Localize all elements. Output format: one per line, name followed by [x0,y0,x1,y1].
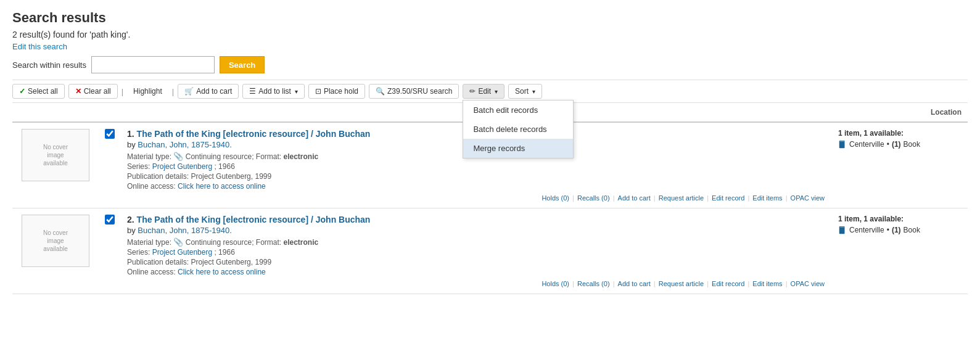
page-title: Search results [12,10,968,26]
result-author-2: by Buchan, John, 1875-1940. [127,226,826,235]
result-meta-pub-2: Publication details: Project Gutenberg, … [127,258,826,266]
list-icon: ☰ [249,87,256,96]
add-to-list-button[interactable]: ☰ Add to list ▾ [242,84,305,99]
request-article-link-2[interactable]: Request article [659,280,704,287]
select-all-label: Select all [28,87,58,96]
col-cover [12,103,99,122]
edit-items-link-2[interactable]: Edit items [752,280,782,287]
place-hold-label: Place hold [324,87,358,96]
search-within-input[interactable] [91,56,215,73]
merge-records-item[interactable]: Merge records [463,139,573,158]
z3950-label: Z39.50/SRU search [387,87,452,96]
svg-rect-0 [839,141,845,148]
add-to-list-caret: ▾ [295,88,298,95]
series-link-1[interactable]: Project Gutenberg [152,162,212,171]
edit-items-link-1[interactable]: Edit items [752,194,782,202]
result-title-link-2[interactable]: The Path of the King [electronic resourc… [137,215,371,224]
add-to-cart-link-2[interactable]: Add to cart [618,280,651,287]
add-to-cart-link-1[interactable]: Add to cart [618,194,651,202]
batch-delete-item[interactable]: Batch delete records [463,120,573,139]
row-checkbox-2[interactable] [105,215,115,224]
edit-record-link-2[interactable]: Edit record [712,280,744,287]
x-icon: ✕ [75,87,81,96]
edit-caret: ▾ [495,88,498,95]
check-icon: ✓ [19,87,25,96]
author-link-2[interactable]: Buchan, John, 1875-1940. [138,226,232,235]
location-name-1: Centerville [849,140,884,149]
sep: | [572,194,574,202]
edit-search-link[interactable]: Edit this search [12,42,67,51]
material-value-1: Continuing resource [186,152,252,161]
recalls-link-1[interactable]: Recalls (0) [577,194,610,202]
add-to-cart-button[interactable]: 🛒 Add to cart [178,84,239,99]
edit-button[interactable]: ✏ Edit ▾ [463,84,504,99]
material-label-1: Material type: [127,152,171,161]
row-checkbox-1[interactable] [105,129,115,139]
holds-link-2[interactable]: Holds (0) [541,280,569,287]
continuing-resource-icon-1: 📎 [173,152,183,161]
online-link-1[interactable]: Click here to access online [178,182,266,191]
hold-icon: ⊡ [315,87,321,96]
location-cell-2: 1 item, 1 available: Centerville • (1) B… [832,208,968,294]
edit-record-link-1[interactable]: Edit record [712,194,744,202]
search-icon: 🔍 [376,87,385,96]
sep: | [707,280,709,287]
location-avail-2: 1 item, 1 available: [838,215,961,223]
author-link-1[interactable]: Buchan, John, 1875-1940. [138,140,232,149]
result-number-2: 2. [127,215,134,224]
edit-dropdown-menu: Batch edit records Batch delete records … [463,100,574,158]
holds-link-1[interactable]: Holds (0) [541,194,569,202]
sep: | [786,194,788,202]
edit-label: Edit [478,87,491,96]
request-article-link-1[interactable]: Request article [659,194,704,202]
location-count-2: (1) [892,226,901,234]
sep: | [747,194,749,202]
highlight-label: Highlight [133,87,162,96]
sort-button[interactable]: Sort ▾ [508,84,542,99]
series-link-2[interactable]: Project Gutenberg [152,248,212,257]
pub-value-2: Project Gutenberg, 1999 [191,258,271,266]
online-link-2[interactable]: Click here to access online [178,268,266,276]
select-all-button[interactable]: ✓ Select all [12,84,65,99]
table-row: No coverimageavailable 2. The Path of th… [12,208,968,294]
format-value-1: electronic [283,152,318,161]
clear-all-button[interactable]: ✕ Clear all [68,84,118,99]
result-count: 2 result(s) found for 'path king'. [12,30,968,39]
place-hold-button[interactable]: ⊡ Place hold [308,84,365,99]
svg-rect-2 [839,226,845,234]
svg-rect-1 [840,141,844,142]
result-title-link-1[interactable]: The Path of the King [electronic resourc… [137,129,371,139]
highlight-button[interactable]: Highlight [127,84,168,98]
result-meta-online-2: Online access: Click here to access onli… [127,268,826,276]
sep: | [572,280,574,287]
sep: | [786,280,788,287]
result-title-2: 2. The Path of the King [electronic reso… [127,215,826,224]
checkbox-cell-2 [99,208,121,294]
no-cover-image-2: No coverimageavailable [22,215,89,267]
sort-caret: ▾ [532,88,535,95]
result-number-1: 1. [127,129,134,139]
page-wrapper: Search results 2 result(s) found for 'pa… [0,0,980,354]
sep: | [654,280,656,287]
recalls-link-2[interactable]: Recalls (0) [577,280,610,287]
z3950-button[interactable]: 🔍 Z39.50/SRU search [369,84,459,99]
opac-view-link-1[interactable]: OPAC view [791,194,825,202]
pub-label-1: Publication details: [127,172,189,181]
batch-edit-item[interactable]: Batch edit records [463,101,573,120]
result-actions-2: Holds (0) | Recalls (0) | Add to cart | … [127,280,826,287]
result-meta-series-2: Series: Project Gutenberg ; 1966 [127,248,826,257]
material-value-2: Continuing resource [186,238,252,247]
location-detail-1: Centerville • (1) Book [838,140,961,149]
cart-icon: 🛒 [184,87,194,96]
search-within-row: Search within results Search [12,56,968,73]
edit-dropdown-wrapper: ✏ Edit ▾ Batch edit records Batch delete… [463,84,504,99]
toolbar: ✓ Select all ✕ Clear all | Highlight | 🛒… [12,80,968,103]
format-label-2: Format: [256,238,281,247]
sep: | [707,194,709,202]
col-checkbox [99,103,121,122]
online-label-1: Online access: [127,182,176,191]
book-icon-1 [838,140,847,149]
opac-view-link-2[interactable]: OPAC view [791,280,825,287]
search-button[interactable]: Search [220,56,265,73]
svg-rect-3 [840,227,844,228]
